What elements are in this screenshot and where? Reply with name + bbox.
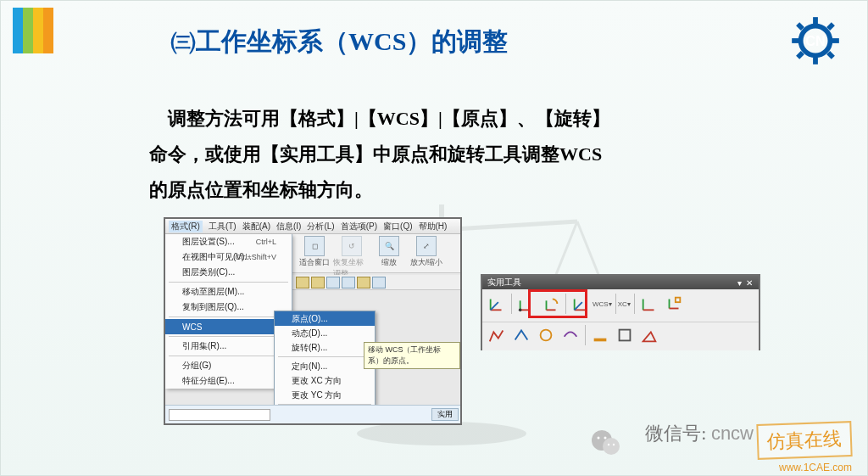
sm-dynamic[interactable]: 动态(D)... — [275, 326, 375, 340]
selection-filter[interactable] — [169, 409, 270, 421]
menu-window[interactable]: 窗口(Q) — [383, 221, 412, 232]
menu-screenshot: 格式(R) 工具(T) 装配(A) 信息(I) 分析(L) 首选项(P) 窗口(… — [164, 217, 462, 425]
svg-rect-34 — [594, 339, 607, 342]
svg-rect-32 — [676, 298, 681, 303]
mini-icon-1[interactable] — [296, 277, 309, 288]
sm-rotate[interactable]: 旋转(R)... — [275, 340, 375, 355]
svg-marker-36 — [643, 332, 656, 341]
axis-move-icon[interactable] — [515, 293, 537, 315]
svg-point-38 — [603, 438, 620, 455]
cn-gear-logo: CN — [791, 16, 840, 65]
svg-point-22 — [519, 309, 522, 312]
watermark-url: www.1CAE.com — [779, 462, 852, 473]
row2-icon-4[interactable] — [559, 324, 581, 346]
utility-toolbar-screenshot: 实用工具 ▾ ✕ WCS▾ XC▾ — [481, 274, 760, 350]
dd-sep — [169, 316, 288, 317]
svg-rect-10 — [792, 38, 798, 43]
sm-orient[interactable]: 定向(N)...▶ — [275, 359, 375, 373]
slide-title: ㈢工作坐标系（WCS）的调整 — [170, 25, 508, 59]
svg-point-6 — [357, 422, 526, 445]
svg-point-40 — [604, 437, 607, 440]
row2-icon-6[interactable] — [614, 324, 636, 346]
menubar: 格式(R) 工具(T) 装配(A) 信息(I) 分析(L) 首选项(P) 窗口(… — [165, 219, 460, 234]
sm-yc[interactable]: 更改 YC 方向 — [275, 388, 375, 402]
watermark-box: 仿真在线 — [756, 421, 852, 460]
svg-point-41 — [608, 444, 609, 445]
svg-rect-9 — [813, 58, 818, 64]
row2-icon-1[interactable] — [486, 324, 508, 346]
dd-layer-visible[interactable]: 在视图中可见(V)...Ctrl+Shift+V — [165, 249, 292, 265]
mini-toolbar — [292, 275, 460, 290]
row2-icon-7[interactable] — [638, 324, 660, 346]
zoom-icon: 🔍 — [379, 236, 399, 256]
menu-format[interactable]: 格式(R) — [169, 221, 203, 232]
svg-point-33 — [541, 330, 552, 341]
axis-misc2-icon[interactable] — [663, 293, 685, 315]
toolbar-options-icon[interactable]: ▾ ✕ — [737, 278, 754, 288]
xc-dropdown-label[interactable]: XC▾ — [618, 300, 631, 308]
tooltip: 移动 WCS（工作坐标系）的原点。 — [364, 342, 460, 369]
dd-sep — [169, 356, 288, 356]
dd-feature-group[interactable]: 特征分组(E)... — [165, 373, 292, 389]
wechat-logo-icon — [589, 426, 623, 460]
fit-window-icon: ◻ — [304, 236, 325, 256]
utility-tab[interactable]: 实用 — [431, 408, 459, 421]
row2-icon-5[interactable] — [589, 324, 611, 346]
mini-icon-3[interactable] — [326, 277, 340, 288]
dd-refset[interactable]: 引用集(R)... — [165, 339, 292, 354]
axis-misc1-icon[interactable] — [638, 293, 660, 315]
menu-prefs[interactable]: 首选项(P) — [341, 221, 377, 232]
dd-group[interactable]: 分组(G)▶ — [165, 358, 292, 373]
svg-line-27 — [575, 302, 582, 310]
mini-icon-5[interactable] — [357, 277, 370, 288]
dd-sep — [169, 282, 288, 283]
axis-orient-icon[interactable] — [570, 293, 592, 315]
selection-bar: 实用 — [165, 405, 460, 423]
body-text: 调整方法可用【格式】|【WCS】|【原点】、【旋转】 命令，或使用【实用工具】中… — [149, 101, 768, 207]
color-stripe-decor — [13, 8, 53, 53]
svg-text:CN: CN — [805, 33, 825, 48]
row2-icon-3[interactable] — [535, 324, 557, 346]
restore-icon: ↺ — [342, 236, 362, 256]
zoom-button[interactable]: 🔍 缩放 — [370, 236, 408, 268]
axis-rotate-icon[interactable] — [540, 293, 562, 315]
dd-sep — [169, 336, 288, 337]
svg-point-42 — [613, 444, 615, 445]
restore-button[interactable]: ↺ 恢复坐标调整 — [333, 236, 370, 279]
dd-layer-settings[interactable]: 图层设置(S)...Ctrl+L — [165, 234, 292, 249]
menu-info[interactable]: 信息(I) — [276, 221, 301, 232]
wcs-dropdown-label[interactable]: WCS▾ — [593, 300, 612, 308]
menu-help[interactable]: 帮助(H) — [419, 221, 448, 232]
menu-assembly[interactable]: 装配(A) — [242, 221, 270, 232]
mini-icon-4[interactable] — [342, 277, 355, 288]
dd-move-layer[interactable]: 移动至图层(M)... — [165, 284, 292, 300]
sm-origin[interactable]: 原点(O)... — [275, 311, 375, 326]
dd-wcs[interactable]: WCS▶ — [165, 319, 292, 334]
wechat-label: 微信号: cncw — [645, 421, 754, 446]
sm-sep — [278, 356, 371, 357]
svg-rect-11 — [832, 38, 839, 43]
dd-layer-category[interactable]: 图层类别(C)... — [165, 265, 292, 280]
dd-copy-layer[interactable]: 复制到图层(Q)... — [165, 300, 292, 315]
axis-icon[interactable] — [486, 293, 508, 315]
top-toolbar: ◻ 适合窗口 ↺ 恢复坐标调整 🔍 缩放 ⤢ 放大/缩小 — [292, 234, 460, 273]
svg-rect-35 — [620, 330, 631, 341]
toolbar-title: 实用工具 ▾ ✕ — [482, 276, 759, 289]
zoom-inout-icon: ⤢ — [416, 236, 437, 256]
row2-icon-2[interactable] — [510, 324, 532, 346]
svg-point-39 — [598, 437, 600, 440]
fit-window-button[interactable]: ◻ 适合窗口 — [296, 236, 333, 268]
mini-icon-6[interactable] — [372, 277, 386, 288]
sm-xc[interactable]: 更改 XC 方向 — [275, 373, 375, 388]
menu-tools[interactable]: 工具(T) — [209, 221, 236, 232]
menu-analysis[interactable]: 分析(L) — [307, 221, 334, 232]
svg-line-19 — [491, 302, 498, 310]
zoom-inout-button[interactable]: ⤢ 放大/缩小 — [408, 236, 445, 268]
mini-icon-2[interactable] — [311, 277, 325, 288]
svg-rect-8 — [813, 17, 818, 24]
